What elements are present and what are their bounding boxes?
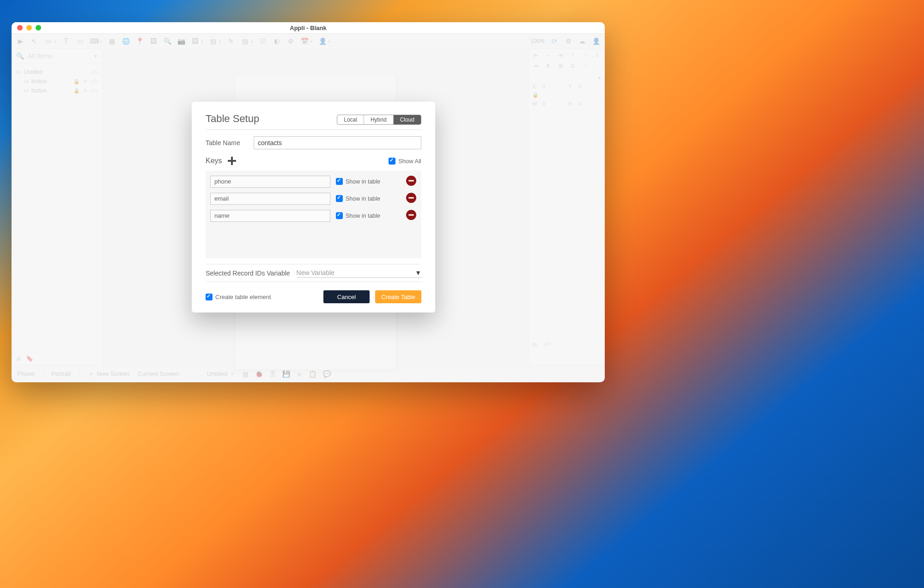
cancel-button[interactable]: Cancel bbox=[323, 290, 370, 303]
table-name-input[interactable] bbox=[254, 136, 421, 149]
key-name-input[interactable] bbox=[210, 176, 330, 188]
play-icon[interactable]: ▶ bbox=[16, 37, 24, 45]
list-view-icon[interactable]: ≣ bbox=[16, 355, 21, 362]
key-name-input[interactable] bbox=[210, 210, 330, 222]
code-icon[interactable]: </> bbox=[91, 88, 98, 94]
show-all-checkbox[interactable] bbox=[389, 158, 395, 165]
code-panel-icon[interactable]: </> bbox=[543, 341, 551, 347]
device-selector[interactable]: Phone bbox=[17, 370, 35, 377]
titlebar: Appli - Blank bbox=[12, 22, 605, 34]
distribute-v-icon[interactable]: ⇅ bbox=[545, 63, 552, 69]
fit-icon[interactable]: ⊡ bbox=[569, 63, 577, 69]
key-name-input[interactable] bbox=[210, 193, 330, 205]
current-screen-selector[interactable]: Untitled ▼ bbox=[207, 370, 234, 377]
more-align-icon[interactable]: ⋯ bbox=[594, 63, 601, 69]
account-icon[interactable]: 👤 bbox=[592, 37, 600, 45]
show-in-table-checkbox[interactable] bbox=[336, 212, 343, 219]
edit-tool-icon[interactable]: ✎ bbox=[227, 37, 235, 45]
camera-tool-icon[interactable]: 📷 bbox=[177, 37, 185, 45]
search-dropdown-caret-icon[interactable]: ▼ bbox=[93, 54, 98, 59]
align-center-h-icon[interactable]: ↔ bbox=[545, 52, 552, 58]
pin-icon[interactable]: 📍 bbox=[135, 37, 144, 45]
current-screen-label: Current Screen: bbox=[138, 370, 180, 377]
sliders-icon[interactable]: ⚙ bbox=[286, 37, 295, 45]
visibility-icon[interactable]: 👁 bbox=[83, 88, 88, 94]
toggle-tool-icon[interactable]: ◐ bbox=[273, 37, 281, 45]
align-bottom-icon[interactable]: ⇣ bbox=[594, 52, 601, 58]
lock-aspect-icon[interactable]: 🔒 bbox=[532, 92, 539, 98]
tree-item[interactable]: ▭ button 🔒 👁 </> bbox=[14, 86, 100, 95]
clipboard-icon[interactable]: 📋 bbox=[309, 370, 316, 378]
user-tool-icon[interactable]: 👤 bbox=[318, 37, 327, 45]
segment-cloud[interactable]: Cloud bbox=[394, 115, 421, 124]
create-element-checkbox[interactable] bbox=[206, 294, 213, 300]
h-label: H bbox=[569, 101, 575, 106]
tree-item[interactable]: ▭ button 🔒 👁 </> bbox=[14, 77, 100, 86]
segment-hybrid[interactable]: Hybrid bbox=[364, 115, 394, 124]
media-tool-icon[interactable]: 🖼 bbox=[191, 37, 199, 45]
settings-icon[interactable]: ⚙ bbox=[564, 37, 572, 45]
calendar-tool-icon[interactable]: 📅 bbox=[300, 37, 309, 45]
h-value[interactable]: 0 bbox=[579, 101, 602, 106]
y-label: Y bbox=[569, 84, 575, 89]
align-top-icon[interactable]: ⇡ bbox=[569, 52, 577, 58]
element-search[interactable]: 🔍 All Items ▼ bbox=[12, 49, 103, 64]
variable-placeholder: New Variable bbox=[297, 269, 334, 276]
pointer-icon[interactable]: ↖ bbox=[30, 37, 38, 45]
variable-select[interactable]: New Variable ▼ bbox=[297, 268, 421, 278]
align-center-v-icon[interactable]: ↕ bbox=[581, 52, 589, 58]
segment-local[interactable]: Local bbox=[337, 115, 364, 124]
remove-key-button[interactable] bbox=[406, 175, 417, 188]
text-tool-icon[interactable]: T bbox=[62, 37, 70, 45]
statusbar: Phone Portrait ＋ New Screen Current Scre… bbox=[12, 365, 605, 382]
tree-root[interactable]: ▭ Untitled </> bbox=[14, 67, 100, 77]
remove-key-button[interactable] bbox=[406, 209, 417, 222]
tree-root-label: Untitled bbox=[24, 69, 43, 75]
align-left-icon[interactable]: |⇤ bbox=[532, 52, 540, 58]
x-value[interactable]: 0 bbox=[542, 84, 565, 89]
orientation-selector[interactable]: Portrait bbox=[52, 370, 71, 377]
add-key-button[interactable] bbox=[227, 156, 237, 166]
input-tool-icon[interactable]: ⌨ bbox=[90, 37, 98, 45]
x-label: X bbox=[532, 84, 539, 89]
remove-key-button[interactable] bbox=[406, 192, 417, 205]
globe-icon[interactable]: 🌐 bbox=[122, 37, 130, 45]
layers-icon[interactable]: ▤ bbox=[532, 341, 537, 347]
code-icon[interactable]: </> bbox=[91, 79, 98, 85]
form-tool-icon[interactable]: ▤ bbox=[241, 37, 249, 45]
database-icon[interactable]: 🗄 bbox=[269, 370, 276, 378]
debug-icon[interactable]: 🐞 bbox=[255, 370, 263, 378]
table-tool-icon[interactable]: ▦ bbox=[108, 37, 116, 45]
lock-icon[interactable]: 🔒 bbox=[73, 79, 80, 85]
show-in-table-label: Show in table bbox=[346, 178, 380, 185]
sync-status-icon[interactable]: ⟳ bbox=[550, 37, 559, 45]
chat-icon[interactable]: 💬 bbox=[323, 370, 331, 378]
show-in-table-checkbox[interactable] bbox=[336, 178, 343, 185]
cloud-icon[interactable]: ☁ bbox=[578, 37, 586, 45]
w-value[interactable]: 0 bbox=[542, 101, 565, 106]
search-tool-icon[interactable]: 🔍 bbox=[163, 37, 171, 45]
spread-icon[interactable]: ⊞ bbox=[557, 63, 564, 69]
code-icon[interactable]: </> bbox=[91, 69, 98, 75]
w-label: W bbox=[532, 101, 539, 106]
y-value[interactable]: 0 bbox=[579, 84, 602, 89]
image-tool-icon[interactable]: 🖼 bbox=[149, 37, 158, 45]
storage-icon[interactable]: 💾 bbox=[282, 370, 290, 378]
visibility-icon[interactable]: 👁 bbox=[83, 79, 88, 85]
new-screen-button[interactable]: ＋ New Screen bbox=[88, 370, 130, 378]
bookmark-icon[interactable]: 🔖 bbox=[26, 355, 33, 362]
zoom-level[interactable]: 100% bbox=[530, 38, 545, 44]
distribute-h-icon[interactable]: ⇹ bbox=[532, 63, 540, 69]
stretch-icon[interactable]: ↔ bbox=[581, 63, 589, 69]
create-table-button[interactable]: Create Table bbox=[375, 290, 421, 303]
inspector-caret-icon[interactable]: ▾ bbox=[598, 75, 601, 81]
show-in-table-checkbox[interactable] bbox=[336, 195, 343, 202]
grid-icon[interactable]: ▦ bbox=[243, 370, 249, 378]
button-tool-icon[interactable]: ▭ bbox=[76, 37, 84, 45]
align-right-icon[interactable]: ⇥| bbox=[557, 52, 564, 58]
checkbox-tool-icon[interactable]: ☑ bbox=[259, 37, 267, 45]
rectangle-tool-icon[interactable]: ▭ bbox=[44, 37, 52, 45]
list-tool-icon[interactable]: ▤ bbox=[209, 37, 217, 45]
list-icon[interactable]: ≣ bbox=[297, 370, 302, 378]
lock-icon[interactable]: 🔒 bbox=[73, 88, 80, 94]
